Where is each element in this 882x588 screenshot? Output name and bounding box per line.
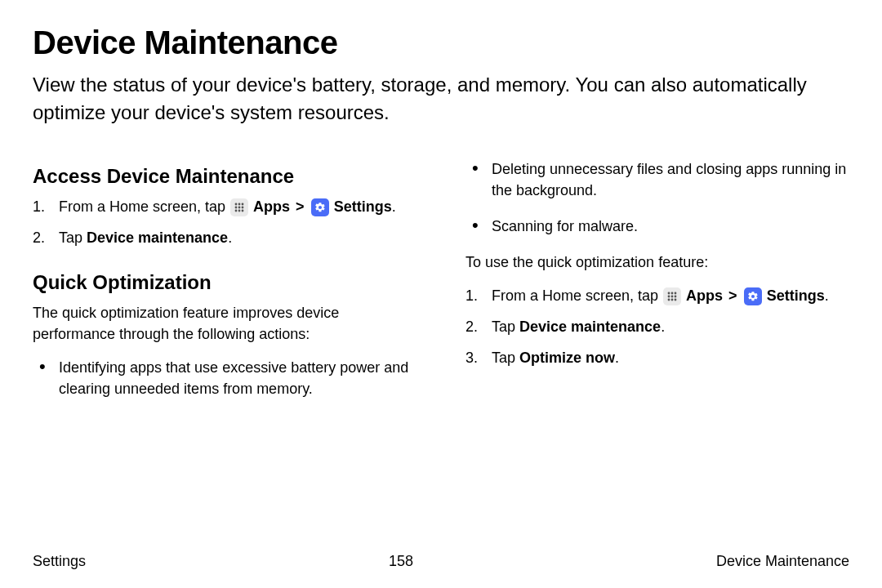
step-text: Tap bbox=[492, 318, 519, 335]
svg-point-7 bbox=[238, 210, 241, 212]
svg-point-9 bbox=[668, 292, 670, 294]
svg-point-0 bbox=[235, 203, 238, 206]
svg-point-5 bbox=[242, 207, 244, 209]
section-quick-heading: Quick Optimization bbox=[33, 271, 416, 294]
chevron-right-icon: > bbox=[296, 198, 305, 215]
bullet-item: Identifying apps that use excessive batt… bbox=[33, 357, 416, 399]
step-text: From a Home screen, tap bbox=[492, 287, 662, 304]
apps-label: Apps bbox=[253, 198, 290, 215]
svg-point-8 bbox=[242, 210, 244, 212]
settings-icon bbox=[744, 287, 762, 305]
footer-page-number: 158 bbox=[389, 553, 413, 570]
quick-lead: To use the quick optimization feature: bbox=[466, 252, 849, 273]
intro-text: View the status of your device's battery… bbox=[33, 71, 849, 126]
bullet-item: Scanning for malware. bbox=[466, 216, 849, 237]
apps-label: Apps bbox=[686, 287, 723, 304]
right-column: Deleting unnecessary files and closing a… bbox=[466, 158, 849, 414]
quick-intro: The quick optimization feature improves … bbox=[33, 302, 416, 345]
quick-steps: From a Home screen, tap Apps > Settings.… bbox=[466, 285, 849, 368]
apps-icon bbox=[663, 287, 681, 305]
quick-bullets-right: Deleting unnecessary files and closing a… bbox=[466, 158, 849, 237]
settings-label: Settings bbox=[767, 287, 825, 304]
apps-icon bbox=[230, 198, 248, 216]
svg-point-15 bbox=[668, 298, 670, 301]
svg-point-10 bbox=[671, 292, 674, 294]
chevron-right-icon: > bbox=[728, 287, 737, 304]
step-bold: Optimize now bbox=[519, 350, 615, 366]
quick-step-1: From a Home screen, tap Apps > Settings. bbox=[466, 285, 849, 306]
access-steps: From a Home screen, tap Apps > Settings.… bbox=[33, 196, 416, 248]
svg-point-4 bbox=[238, 207, 241, 209]
quick-step-2: Tap Device maintenance. bbox=[466, 316, 849, 337]
step-text: . bbox=[825, 287, 829, 304]
step-text: Tap bbox=[59, 229, 87, 246]
access-step-1: From a Home screen, tap Apps > Settings. bbox=[33, 196, 416, 217]
svg-point-16 bbox=[671, 298, 674, 301]
svg-point-6 bbox=[235, 210, 238, 212]
svg-point-17 bbox=[675, 298, 677, 301]
quick-bullets-left: Identifying apps that use excessive batt… bbox=[33, 357, 416, 399]
quick-step-3: Tap Optimize now. bbox=[466, 347, 849, 368]
step-text: . bbox=[392, 198, 396, 215]
step-text: . bbox=[661, 318, 665, 335]
svg-point-2 bbox=[242, 203, 244, 206]
bullet-item: Deleting unnecessary files and closing a… bbox=[466, 158, 849, 201]
step-text: Tap bbox=[492, 350, 519, 366]
access-step-2: Tap Device maintenance. bbox=[33, 227, 416, 248]
step-text: . bbox=[228, 229, 232, 246]
footer-right: Device Maintenance bbox=[716, 553, 849, 570]
section-access-heading: Access Device Maintenance bbox=[33, 165, 416, 188]
svg-point-3 bbox=[235, 207, 238, 209]
svg-point-11 bbox=[675, 292, 677, 294]
svg-point-14 bbox=[675, 295, 677, 297]
svg-point-1 bbox=[238, 203, 241, 206]
settings-icon bbox=[311, 198, 329, 216]
settings-label: Settings bbox=[334, 198, 392, 215]
step-text: . bbox=[615, 350, 619, 366]
svg-point-13 bbox=[671, 295, 674, 297]
step-bold: Device maintenance bbox=[87, 229, 228, 246]
step-bold: Device maintenance bbox=[519, 318, 661, 335]
content-columns: Access Device Maintenance From a Home sc… bbox=[33, 158, 849, 414]
step-text: From a Home screen, tap bbox=[59, 198, 229, 215]
page-footer: Settings 158 Device Maintenance bbox=[33, 553, 849, 570]
svg-point-12 bbox=[668, 295, 670, 297]
footer-left: Settings bbox=[33, 553, 86, 570]
page-title: Device Maintenance bbox=[33, 24, 849, 61]
left-column: Access Device Maintenance From a Home sc… bbox=[33, 158, 416, 414]
